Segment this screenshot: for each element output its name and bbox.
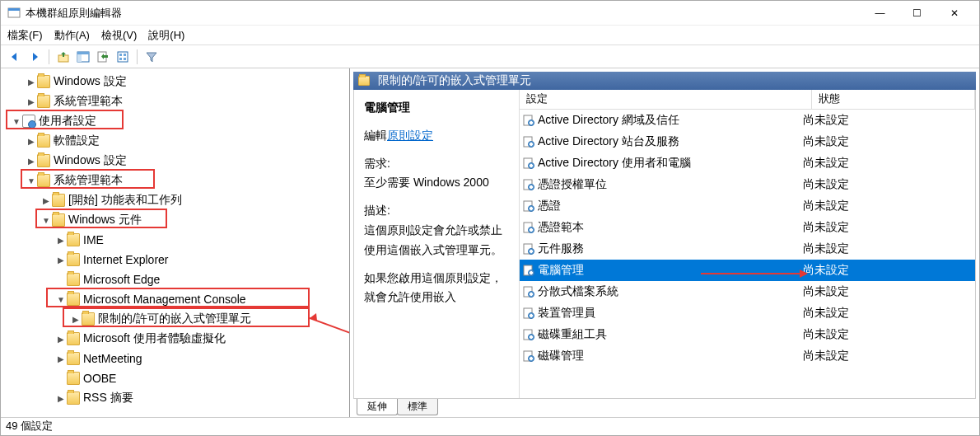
tree-node[interactable]: ▶系統管理範本 xyxy=(4,91,346,111)
svg-rect-33 xyxy=(530,208,533,209)
tree-node[interactable]: ▶Microsoft 使用者體驗虛擬化 xyxy=(4,329,346,349)
column-state[interactable]: 狀態 xyxy=(812,90,975,109)
tree-node[interactable]: ▶RSS 摘要 xyxy=(4,388,346,408)
setting-state: 尚未設定 xyxy=(800,263,975,278)
setting-name: 元件服務 xyxy=(538,241,584,256)
user-config-icon xyxy=(22,115,35,128)
tree-view[interactable]: ▶Windows 設定 ▶系統管理範本 ▼使用者設定 ▶軟體設定 ▶Window… xyxy=(4,72,346,414)
menu-bar: 檔案(F) 動作(A) 檢視(V) 說明(H) xyxy=(1,26,979,45)
list-row[interactable]: 電腦管理尚未設定 xyxy=(520,260,975,281)
list-row[interactable]: 磁碟重組工具尚未設定 xyxy=(520,324,975,345)
setting-name: 憑證授權單位 xyxy=(538,177,607,192)
setting-icon xyxy=(523,350,534,362)
svg-rect-25 xyxy=(530,165,533,166)
folder-icon xyxy=(67,352,80,365)
svg-rect-41 xyxy=(530,251,533,252)
tree-node[interactable]: ▶Internet Explorer xyxy=(4,250,346,270)
tree-node[interactable]: ▼Windows 元件 xyxy=(4,210,346,230)
list-row[interactable]: Active Directory 站台及服務尚未設定 xyxy=(520,131,975,152)
svg-rect-4 xyxy=(77,52,89,54)
settings-list: 設定 狀態 Active Directory 網域及信任尚未設定Active D… xyxy=(519,90,975,398)
list-row[interactable]: Active Directory 網域及信任尚未設定 xyxy=(520,110,975,131)
description-panel: 電腦管理 編輯原則設定 需求:至少需要 Windows 2000 描述:這個原則… xyxy=(354,90,519,398)
tree-node[interactable]: ▶NetMeeting xyxy=(4,349,346,368)
list-row[interactable]: 憑證授權單位尚未設定 xyxy=(520,174,975,195)
folder-icon xyxy=(37,134,50,148)
svg-rect-1 xyxy=(8,8,20,11)
list-row[interactable]: 憑證尚未設定 xyxy=(520,195,975,217)
column-setting[interactable]: 設定 xyxy=(520,90,812,109)
list-row[interactable]: 裝置管理員尚未設定 xyxy=(520,302,975,324)
tree-node[interactable]: ▶軟體設定 xyxy=(4,131,346,151)
setting-name: Active Directory 使用者和電腦 xyxy=(538,156,691,171)
setting-icon xyxy=(523,115,534,126)
setting-name: 磁碟重組工具 xyxy=(538,327,607,342)
up-button[interactable] xyxy=(54,48,72,66)
svg-rect-8 xyxy=(119,54,122,56)
tree-node[interactable]: ▶IME xyxy=(4,230,346,250)
list-body[interactable]: Active Directory 網域及信任尚未設定Active Directo… xyxy=(520,110,975,398)
folder-icon xyxy=(37,95,50,108)
show-hide-tree-button[interactable] xyxy=(74,48,92,66)
setting-state: 尚未設定 xyxy=(800,284,975,299)
folder-icon xyxy=(52,213,65,227)
toolbar xyxy=(1,45,979,68)
folder-icon xyxy=(67,293,80,306)
window-title: 本機群組原則編輯器 xyxy=(26,6,861,21)
refresh-button[interactable] xyxy=(114,48,132,66)
list-row[interactable]: 磁碟管理尚未設定 xyxy=(520,345,975,367)
details-header: 限制的/許可的嵌入式管理單元 xyxy=(353,72,976,90)
setting-state: 尚未設定 xyxy=(800,134,975,149)
folder-icon xyxy=(37,174,50,187)
svg-rect-45 xyxy=(530,272,533,274)
list-row[interactable]: 憑證範本尚未設定 xyxy=(520,217,975,238)
tree-node[interactable]: ▼系統管理範本 xyxy=(4,171,346,190)
tree-node-snapins[interactable]: ▶限制的/許可的嵌入式管理單元 xyxy=(4,309,346,329)
folder-icon xyxy=(82,312,95,326)
tree-node[interactable]: Microsoft Edge xyxy=(4,270,346,289)
tree-node[interactable]: ▶[開始] 功能表和工作列 xyxy=(4,190,346,210)
list-row[interactable]: 元件服務尚未設定 xyxy=(520,238,975,260)
menu-view[interactable]: 檢視(V) xyxy=(101,28,137,43)
close-button[interactable]: ✕ xyxy=(936,2,973,25)
status-bar: 49 個設定 xyxy=(1,417,979,435)
maximize-button[interactable]: ☐ xyxy=(898,2,936,25)
forward-button[interactable] xyxy=(26,48,44,66)
menu-file[interactable]: 檔案(F) xyxy=(7,28,43,43)
setting-icon xyxy=(523,286,534,298)
svg-rect-11 xyxy=(124,58,126,60)
setting-name: 裝置管理員 xyxy=(538,306,595,321)
menu-action[interactable]: 動作(A) xyxy=(54,28,90,43)
setting-state: 尚未設定 xyxy=(800,113,975,128)
setting-state: 尚未設定 xyxy=(800,241,975,256)
tree-node-user-config[interactable]: ▼使用者設定 xyxy=(4,111,346,131)
tab-extended[interactable]: 延伸 xyxy=(357,399,398,415)
details-title: 限制的/許可的嵌入式管理單元 xyxy=(378,73,531,88)
setting-name: Active Directory 站台及服務 xyxy=(538,134,679,149)
tree-node[interactable]: ▶Windows 設定 xyxy=(4,151,346,171)
folder-icon xyxy=(67,391,80,405)
setting-state: 尚未設定 xyxy=(800,156,975,171)
folder-icon xyxy=(67,233,80,246)
tab-standard[interactable]: 標準 xyxy=(397,399,438,415)
back-button[interactable] xyxy=(6,48,24,66)
svg-rect-5 xyxy=(77,54,82,62)
tree-node[interactable]: OOBE xyxy=(4,368,346,388)
filter-button[interactable] xyxy=(142,48,161,66)
setting-icon xyxy=(523,307,534,319)
setting-icon xyxy=(523,200,534,212)
setting-icon xyxy=(523,265,534,276)
minimize-button[interactable]: ― xyxy=(861,2,898,25)
tree-node-mmc[interactable]: ▼Microsoft Management Console xyxy=(4,289,346,309)
export-button[interactable] xyxy=(94,48,112,66)
setting-icon xyxy=(523,222,534,233)
setting-name: 憑證範本 xyxy=(538,220,584,235)
list-row[interactable]: 分散式檔案系統尚未設定 xyxy=(520,281,975,302)
edit-policy-link[interactable]: 原則設定 xyxy=(387,129,433,142)
list-row[interactable]: Active Directory 使用者和電腦尚未設定 xyxy=(520,152,975,174)
menu-help[interactable]: 說明(H) xyxy=(148,28,184,43)
tree-node[interactable]: ▶Windows 設定 xyxy=(4,72,346,91)
folder-icon xyxy=(67,332,80,345)
svg-rect-53 xyxy=(530,315,533,316)
folder-icon xyxy=(67,372,80,385)
